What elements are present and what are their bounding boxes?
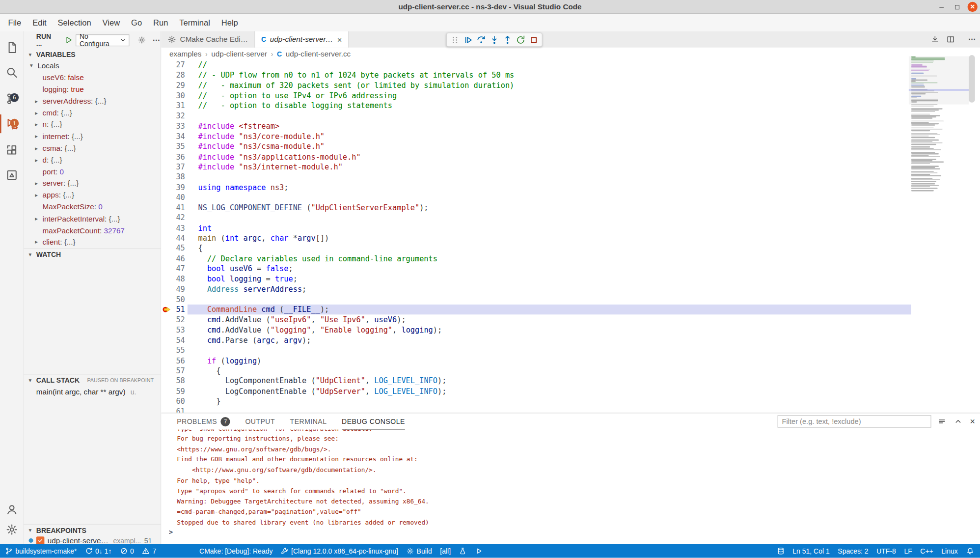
continue-button[interactable] bbox=[463, 35, 473, 45]
status-7[interactable]: 7 bbox=[142, 544, 156, 558]
minimize-button[interactable] bbox=[936, 2, 946, 12]
chevron-right-icon[interactable]: ▸ bbox=[35, 145, 38, 151]
variable-row[interactable]: ▸interPacketInterval: {...} bbox=[24, 213, 161, 224]
debug-config-dropdown[interactable]: No Configura bbox=[76, 34, 129, 46]
line-number[interactable]: 52 bbox=[161, 315, 185, 325]
minimap-slider[interactable] bbox=[909, 56, 969, 105]
variable-row[interactable]: ▸serverAddress: {...} bbox=[24, 95, 161, 107]
variable-row[interactable]: ▸server: {...} bbox=[24, 177, 161, 189]
line-number[interactable]: 36 bbox=[161, 152, 185, 162]
line-number[interactable]: 61 bbox=[161, 407, 185, 413]
status-linux[interactable]: Linux bbox=[941, 544, 957, 558]
line-number[interactable]: 58 bbox=[161, 376, 185, 386]
code-editor[interactable]: 27//28// - UDP flow from n0 to n1 of 102… bbox=[161, 60, 980, 413]
chevron-down-icon[interactable]: ▾ bbox=[30, 63, 33, 69]
download-icon[interactable] bbox=[930, 35, 939, 44]
status-build[interactable]: Build bbox=[407, 544, 432, 558]
chevron-right-icon[interactable]: ▸ bbox=[35, 157, 38, 163]
line-number[interactable]: 53 bbox=[161, 325, 185, 335]
breadcrumb-item[interactable]: udp-client-server.cc bbox=[286, 50, 351, 58]
breadcrumb-item[interactable]: udp-client-server bbox=[211, 50, 267, 58]
close-panel-icon[interactable]: × bbox=[970, 417, 975, 426]
step-over-button[interactable] bbox=[476, 35, 486, 45]
line-number[interactable]: 38 bbox=[161, 172, 185, 182]
variable-row[interactable]: ▾Locals bbox=[24, 60, 161, 72]
variable-row[interactable]: port: 0 bbox=[24, 166, 161, 178]
variable-row[interactable]: ▸cmd: {...} bbox=[24, 107, 161, 119]
status-all[interactable]: [all] bbox=[440, 544, 451, 558]
tab-cmake-cache-editor[interactable]: CMake Cache Editor bbox=[161, 31, 255, 48]
panel-tab-output[interactable]: OUTPUT bbox=[245, 413, 275, 429]
maximize-panel-icon[interactable] bbox=[953, 417, 962, 426]
variable-row[interactable]: maxPacketCount: 32767 bbox=[24, 224, 161, 236]
menu-view[interactable]: View bbox=[97, 14, 125, 31]
line-number[interactable]: 31 bbox=[161, 101, 185, 111]
variable-row[interactable]: ▸apps: {...} bbox=[24, 189, 161, 201]
line-number[interactable]: 29 bbox=[161, 81, 185, 91]
debug-settings-gear-icon[interactable] bbox=[137, 36, 146, 45]
chevron-right-icon[interactable]: ▸ bbox=[35, 110, 38, 116]
line-number[interactable]: 40 bbox=[161, 193, 185, 203]
output-options-icon[interactable] bbox=[937, 417, 946, 426]
line-number[interactable]: 32 bbox=[161, 111, 185, 121]
chevron-right-icon[interactable]: ▸ bbox=[35, 180, 38, 187]
line-number[interactable]: 56 bbox=[161, 356, 185, 366]
breakpoints-section-header[interactable]: ▾ BREAKPOINTS bbox=[24, 524, 161, 535]
breakpoint-checkbox[interactable] bbox=[36, 536, 45, 545]
line-number[interactable]: 45 bbox=[161, 244, 185, 254]
line-number[interactable]: 42 bbox=[161, 213, 185, 223]
chevron-right-icon[interactable]: ▸ bbox=[35, 239, 38, 246]
status-cmake-debug-ready[interactable]: CMake: [Debug]: Ready bbox=[199, 544, 272, 558]
more-actions-icon[interactable]: ⋯ bbox=[968, 35, 977, 44]
line-number[interactable]: 43 bbox=[161, 223, 185, 233]
status-0[interactable]: 0 bbox=[120, 544, 134, 558]
menu-go[interactable]: Go bbox=[126, 14, 148, 31]
variable-row[interactable]: ▸n: {...} bbox=[24, 119, 161, 131]
line-number[interactable]: 37 bbox=[161, 162, 185, 172]
status-c[interactable]: C++ bbox=[920, 544, 933, 558]
variable-row[interactable]: useV6: false bbox=[24, 72, 161, 84]
status-spaces-2[interactable]: Spaces: 2 bbox=[838, 544, 868, 558]
restart-button[interactable] bbox=[516, 35, 525, 45]
line-number[interactable]: 44 bbox=[161, 233, 185, 244]
line-number[interactable]: 54 bbox=[161, 335, 185, 345]
line-number[interactable]: 50 bbox=[161, 294, 185, 305]
status-bell[interactable] bbox=[966, 544, 974, 558]
stop-button[interactable] bbox=[529, 35, 539, 45]
line-number[interactable]: 46 bbox=[161, 253, 185, 264]
line-number[interactable]: 59 bbox=[161, 386, 185, 396]
step-into-button[interactable] bbox=[490, 35, 499, 45]
status-utf-8[interactable]: UTF-8 bbox=[876, 544, 896, 558]
status-buildsystem-cmake[interactable]: buildsystem-cmake* bbox=[5, 544, 77, 558]
chevron-right-icon[interactable]: ▸ bbox=[35, 121, 38, 128]
variable-row[interactable]: ▸csma: {...} bbox=[24, 142, 161, 154]
console-filter-input[interactable] bbox=[778, 415, 931, 427]
start-debug-button[interactable] bbox=[64, 36, 73, 45]
variable-row[interactable]: logging: true bbox=[24, 84, 161, 95]
split-editor-icon[interactable] bbox=[946, 35, 955, 44]
watch-section-header[interactable]: ▾ WATCH bbox=[24, 248, 161, 259]
variables-section-header[interactable]: ▾ VARIABLES bbox=[24, 49, 161, 60]
panel-tab-problems[interactable]: PROBLEMS7 bbox=[177, 413, 230, 429]
activity-search-icon[interactable] bbox=[0, 62, 23, 83]
menu-file[interactable]: File bbox=[2, 14, 27, 31]
debug-console-output[interactable]: Type "show configuration" for configurat… bbox=[169, 430, 968, 544]
line-number[interactable]: 60 bbox=[161, 396, 185, 407]
menu-terminal[interactable]: Terminal bbox=[174, 14, 216, 31]
status-playsb[interactable] bbox=[475, 544, 483, 558]
line-number[interactable]: 49 bbox=[161, 284, 185, 295]
activity-settings-gear-icon[interactable] bbox=[0, 519, 23, 540]
variable-row[interactable]: ▸client: {...} bbox=[24, 236, 161, 248]
status-0-1[interactable]: 0↓ 1↑ bbox=[85, 544, 111, 558]
step-out-button[interactable] bbox=[502, 35, 512, 45]
breadcrumb[interactable]: examples›udp-client-server›Cudp-client-s… bbox=[161, 48, 351, 60]
line-number[interactable]: 39 bbox=[161, 182, 185, 193]
variable-row[interactable]: MaxPacketSize: 0 bbox=[24, 201, 161, 213]
status-ln-51-col-1[interactable]: Ln 51, Col 1 bbox=[792, 544, 830, 558]
breadcrumb-item[interactable]: examples bbox=[169, 50, 201, 58]
activity-cmake-tools-icon[interactable] bbox=[0, 165, 23, 186]
line-number[interactable]: 33 bbox=[161, 121, 185, 132]
variable-row[interactable]: ▸d: {...} bbox=[24, 154, 161, 166]
line-number[interactable]: 35 bbox=[161, 141, 185, 152]
console-prompt[interactable]: > bbox=[169, 528, 968, 538]
